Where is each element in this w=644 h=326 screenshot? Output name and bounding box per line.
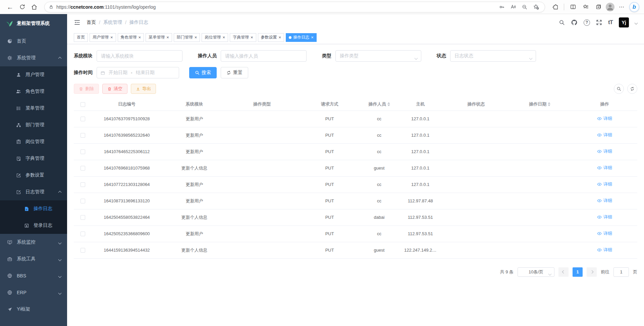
sidebar-item-dept-management[interactable]: 部门管理: [0, 117, 67, 133]
tab-post-management[interactable]: 岗位管理×: [202, 33, 228, 42]
type-select[interactable]: 操作类型: [335, 50, 421, 62]
font-size-button[interactable]: tT: [608, 19, 613, 26]
row-checkbox[interactable]: [80, 232, 85, 236]
detail-link[interactable]: 详细: [597, 165, 612, 171]
search-button[interactable]: 搜索: [189, 67, 217, 78]
user-dropdown-caret-icon[interactable]: [635, 19, 637, 25]
sidebar-item-user-management[interactable]: 用户管理: [0, 66, 67, 83]
export-button[interactable]: 导出: [131, 84, 156, 94]
detail-link[interactable]: 详细: [597, 116, 612, 122]
prev-page-button[interactable]: [558, 267, 569, 277]
select-all-checkbox[interactable]: [80, 102, 85, 107]
sidebar-item-role-management[interactable]: 角色管理: [0, 83, 67, 100]
close-icon[interactable]: ×: [311, 35, 314, 40]
row-checkbox[interactable]: [80, 182, 85, 187]
table-search-toggle-button[interactable]: [614, 84, 624, 94]
detail-link[interactable]: 详细: [597, 247, 612, 253]
row-checkbox[interactable]: [80, 199, 85, 203]
read-aloud-button[interactable]: [508, 2, 518, 12]
add-favorite-button[interactable]: [531, 2, 541, 12]
sidebar-item-system-tools[interactable]: 系统工具: [0, 251, 67, 267]
close-icon[interactable]: ×: [166, 35, 169, 40]
user-avatar-logo[interactable]: Yj: [619, 17, 629, 27]
page-number-1[interactable]: 1: [573, 267, 583, 277]
sidebar-item-login-log[interactable]: 登录日志: [0, 217, 67, 234]
col-operator[interactable]: 操作人员: [362, 98, 396, 111]
tab-role-management[interactable]: 角色管理×: [118, 33, 144, 42]
sidebar-item-dict-management[interactable]: 字典管理: [0, 150, 67, 167]
sidebar-toggle-button[interactable]: [74, 19, 80, 26]
next-page-button[interactable]: [587, 267, 597, 277]
collections-button[interactable]: [593, 2, 604, 12]
github-button[interactable]: [571, 19, 578, 26]
split-screen-button[interactable]: [568, 2, 578, 12]
sidebar-item-log-management[interactable]: 日志管理: [0, 184, 67, 200]
tab-oper-log[interactable]: 操作日志×: [286, 33, 317, 42]
breadcrumb-item[interactable]: 首页: [87, 19, 96, 25]
sidebar-item-system-monitor[interactable]: 系统监控: [0, 234, 67, 251]
row-checkbox[interactable]: [80, 117, 85, 121]
close-icon[interactable]: ×: [251, 35, 253, 40]
detail-link[interactable]: 详细: [597, 148, 612, 154]
delete-button[interactable]: 删除: [74, 84, 99, 94]
sidebar-item-bbs[interactable]: BBS: [0, 267, 67, 284]
detail-link[interactable]: 详细: [597, 214, 612, 220]
tab-dict-management[interactable]: 字典管理×: [230, 33, 256, 42]
tab-param-settings[interactable]: 参数设置×: [258, 33, 284, 42]
sidebar-item-home[interactable]: 首页: [0, 33, 67, 50]
col-date[interactable]: 操作日期: [508, 98, 572, 111]
jump-page-input[interactable]: 1: [613, 267, 629, 277]
breadcrumb-item[interactable]: 系统管理: [103, 19, 122, 25]
sidebar-item-oper-log[interactable]: 操作日志: [0, 200, 67, 217]
close-icon[interactable]: ×: [195, 35, 197, 40]
sort-icon[interactable]: [548, 102, 550, 106]
row-checkbox[interactable]: [80, 248, 85, 253]
sidebar-item-system-management[interactable]: 系统管理: [0, 50, 67, 66]
close-icon[interactable]: ×: [110, 35, 113, 40]
row-checkbox[interactable]: [80, 133, 85, 138]
detail-link[interactable]: 详细: [597, 132, 612, 138]
browser-back-button[interactable]: ←: [5, 2, 15, 12]
row-checkbox[interactable]: [80, 215, 85, 220]
password-key-button[interactable]: [497, 2, 506, 12]
tab-dept-management[interactable]: 部门管理×: [174, 33, 200, 42]
close-icon[interactable]: ×: [139, 35, 141, 40]
help-button[interactable]: ?: [584, 19, 590, 26]
tab-menu-management[interactable]: 菜单管理×: [146, 33, 172, 42]
address-bar[interactable]: https://ccnetcore.com:1101/system/log/op…: [44, 2, 545, 12]
page-size-select[interactable]: 10条/页: [518, 267, 554, 277]
module-input[interactable]: [97, 50, 182, 62]
sidebar-item-menu-management[interactable]: 菜单管理: [0, 100, 67, 117]
sidebar-item-param-settings[interactable]: 参数设置: [0, 167, 67, 184]
browser-menu-button[interactable]: ⋯: [616, 2, 627, 12]
clear-button[interactable]: 清空: [102, 84, 127, 94]
detail-link[interactable]: 详细: [597, 181, 612, 187]
close-icon[interactable]: ×: [279, 35, 281, 40]
reset-button[interactable]: 重置: [221, 67, 248, 78]
sort-icon[interactable]: [387, 102, 390, 106]
cell-host: 112.97.53.51: [396, 225, 444, 242]
favorites-button[interactable]: [580, 2, 591, 12]
profile-button[interactable]: [606, 3, 614, 11]
close-icon[interactable]: ×: [222, 35, 225, 40]
status-select[interactable]: 日志状态: [450, 50, 536, 62]
fullscreen-button[interactable]: [596, 19, 602, 25]
bing-chat-button[interactable]: b: [629, 2, 639, 12]
browser-refresh-button[interactable]: [17, 2, 28, 12]
header-search-button[interactable]: [559, 19, 565, 25]
extensions-button[interactable]: [550, 2, 560, 12]
sidebar-item-yi-framework[interactable]: Yi框架: [0, 301, 67, 318]
date-range-picker[interactable]: 开始日期 - 结束日期: [97, 67, 179, 78]
sidebar-item-post-management[interactable]: 岗位管理: [0, 133, 67, 150]
zoom-out-button[interactable]: [520, 2, 529, 12]
table-refresh-button[interactable]: [627, 84, 637, 94]
operator-input[interactable]: [221, 50, 307, 62]
browser-home-button[interactable]: [29, 2, 40, 12]
tab-user-management[interactable]: 用户管理×: [90, 33, 116, 42]
row-checkbox[interactable]: [80, 166, 85, 171]
detail-link[interactable]: 详细: [597, 198, 612, 204]
detail-link[interactable]: 详细: [597, 231, 612, 237]
sidebar-item-erp[interactable]: ERP: [0, 284, 67, 301]
tab-home[interactable]: 首页: [74, 33, 88, 42]
row-checkbox[interactable]: [80, 149, 85, 154]
